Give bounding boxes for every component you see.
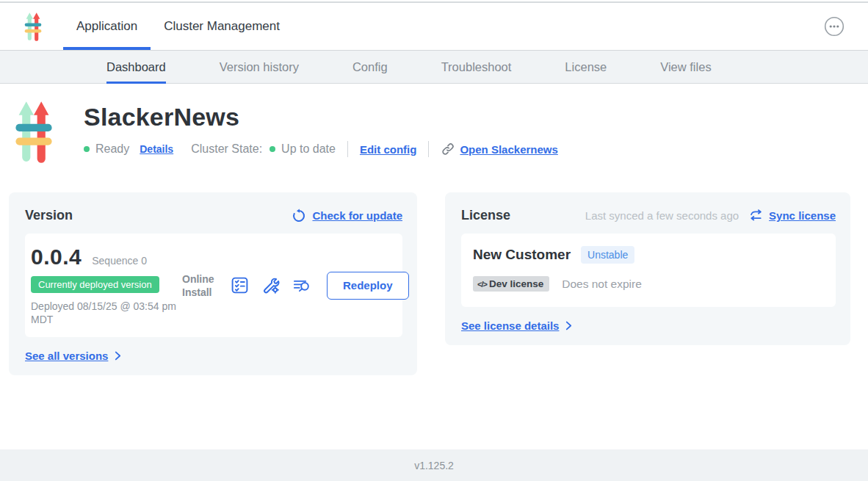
tab-view-files[interactable]: View files — [660, 51, 711, 84]
code-icon: </> — [477, 280, 487, 289]
chevron-right-icon — [115, 351, 121, 361]
check-for-update-link[interactable]: Check for update — [292, 209, 402, 223]
deploy-logs-icon[interactable] — [292, 275, 311, 295]
link-icon — [441, 142, 455, 156]
page-title: SlackerNews — [84, 103, 558, 131]
tab-view-files-label: View files — [660, 60, 711, 74]
sync-license-label: Sync license — [769, 209, 836, 222]
customer-name: New Customer — [473, 247, 571, 263]
license-card-title: License — [461, 208, 510, 223]
app-header: Application Cluster Management — [0, 3, 868, 51]
tab-dashboard-label: Dashboard — [106, 60, 166, 74]
divider — [347, 141, 348, 157]
console-footer: v1.125.2 — [0, 449, 868, 481]
details-link[interactable]: Details — [140, 143, 173, 155]
sync-arrows-icon — [749, 209, 763, 222]
ellipsis-icon — [824, 16, 845, 37]
tab-license-label: License — [565, 60, 607, 74]
redeploy-button[interactable]: Redeploy — [327, 272, 409, 300]
cluster-state-dot — [270, 146, 275, 152]
tab-cluster-management[interactable]: Cluster Management — [151, 3, 293, 50]
deployed-timestamp: Deployed 08/15/25 @ 03:54 pm MDT — [31, 300, 178, 326]
see-license-details-link[interactable]: See license details — [461, 319, 836, 332]
open-app-link[interactable]: Open Slackernews — [441, 142, 557, 156]
version-card: Version Check for update 0.0.4 Sequence … — [9, 192, 417, 375]
install-type-label: Online Install — [182, 272, 219, 299]
tab-config[interactable]: Config — [352, 51, 388, 84]
tab-troubleshoot-label: Troubleshoot — [441, 60, 512, 74]
version-number: 0.0.4 — [31, 245, 82, 270]
last-synced-text: Last synced a few seconds ago — [585, 209, 739, 222]
sequence-label: Sequence 0 — [92, 255, 147, 267]
tab-cluster-management-label: Cluster Management — [164, 19, 280, 34]
license-panel: New Customer Unstable </> Dev license Do… — [461, 234, 836, 307]
sync-license-link[interactable]: Sync license — [749, 209, 836, 222]
see-all-versions-label: See all versions — [25, 350, 108, 362]
app-status-text: Ready — [95, 142, 129, 156]
divider — [428, 141, 429, 157]
tab-dashboard[interactable]: Dashboard — [106, 51, 166, 84]
app-hero: SlackerNews Ready Details Cluster State:… — [15, 98, 868, 169]
tab-license[interactable]: License — [565, 51, 607, 84]
tab-application-label: Application — [76, 19, 137, 34]
cluster-state-value: Up to date — [281, 142, 336, 156]
cluster-state-label: Cluster State: — [191, 142, 262, 156]
channel-badge: Unstable — [581, 246, 634, 264]
check-for-update-label: Check for update — [312, 209, 402, 222]
version-card-title: Version — [25, 208, 73, 223]
app-subnav: Dashboard Version history Config Trouble… — [0, 51, 868, 84]
current-version-panel: 0.0.4 Sequence 0 Currently deployed vers… — [25, 234, 402, 337]
tab-application[interactable]: Application — [63, 3, 151, 50]
license-type-label: Dev license — [489, 278, 543, 289]
open-app-link-label: Open Slackernews — [460, 143, 557, 156]
edit-config-link[interactable]: Edit config — [360, 143, 417, 156]
tab-version-history[interactable]: Version history — [220, 51, 299, 84]
see-all-versions-link[interactable]: See all versions — [25, 350, 402, 362]
license-card: License Last synced a few seconds ago Sy… — [445, 192, 850, 345]
license-type-badge: </> Dev license — [473, 276, 549, 292]
console-version: v1.125.2 — [414, 460, 454, 471]
preflight-checks-icon[interactable] — [230, 275, 250, 295]
tab-config-label: Config — [352, 60, 388, 74]
more-options-button[interactable] — [824, 16, 845, 37]
see-license-details-label: See license details — [461, 319, 559, 332]
license-expiry: Does not expire — [562, 278, 642, 291]
app-logo-icon — [24, 12, 42, 42]
deployed-badge: Currently deployed version — [31, 276, 159, 293]
app-logo-large — [15, 98, 53, 169]
config-wrench-icon[interactable] — [261, 275, 281, 295]
app-status-dot — [84, 146, 90, 152]
chevron-right-icon — [565, 321, 572, 330]
tab-version-history-label: Version history — [220, 60, 299, 74]
refresh-icon — [292, 209, 306, 223]
tab-troubleshoot[interactable]: Troubleshoot — [441, 51, 512, 84]
